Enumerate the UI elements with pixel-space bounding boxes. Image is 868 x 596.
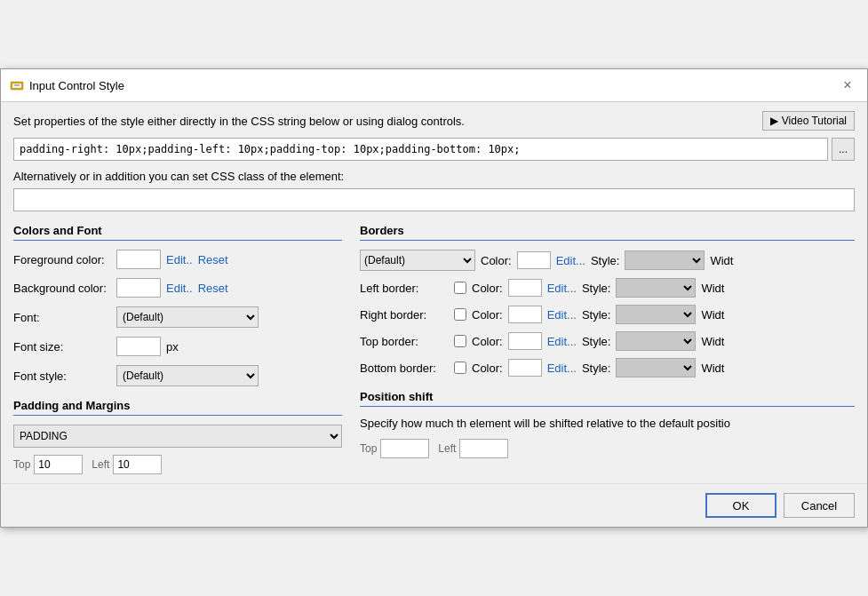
- app-icon: [10, 78, 24, 92]
- columns: Colors and Font Foreground color: Edit..…: [13, 224, 855, 474]
- font-style-select[interactable]: (Default): [116, 365, 259, 386]
- top-row: Set properties of the style either direc…: [13, 111, 855, 131]
- all-edit-button[interactable]: Edit...: [556, 254, 585, 267]
- css-class-label: Alternatively or in addition you can set…: [13, 170, 855, 183]
- bottom-border-row: Bottom border: Color: Edit... Style: Wid…: [360, 358, 855, 377]
- bottom-width-label: Widt: [701, 362, 724, 375]
- top-position-item: Top: [360, 439, 429, 458]
- css-class-input[interactable]: [13, 188, 855, 211]
- right-color-label: Color:: [472, 308, 503, 322]
- left-border-checkbox[interactable]: [454, 282, 466, 294]
- right-edit-button[interactable]: Edit...: [547, 308, 577, 322]
- background-color-row: Background color: Edit.. Reset: [13, 278, 342, 298]
- foreground-reset-button[interactable]: Reset: [198, 253, 228, 266]
- top-border-checkbox[interactable]: [454, 335, 466, 347]
- borders-title: Borders: [360, 224, 855, 241]
- foreground-edit-button[interactable]: Edit..: [166, 253, 193, 266]
- right-color-box[interactable]: [508, 306, 542, 323]
- font-row: Font: (Default): [13, 306, 342, 328]
- ellipsis-button[interactable]: ...: [832, 138, 855, 161]
- input-control-style-dialog: Input Control Style × Set properties of …: [0, 68, 868, 528]
- title-bar-left: Input Control Style: [10, 78, 124, 92]
- all-color-label: Color:: [481, 254, 512, 267]
- background-color-box[interactable]: [116, 278, 161, 298]
- dialog-body: Set properties of the style either direc…: [1, 102, 867, 483]
- css-input-row: ...: [13, 138, 855, 161]
- px-label: px: [166, 340, 179, 354]
- video-tutorial-label: Video Tutorial: [782, 115, 847, 127]
- padding-type-select[interactable]: PADDING: [13, 425, 342, 448]
- foreground-color-row: Foreground color: Edit.. Reset: [13, 250, 342, 269]
- ok-button[interactable]: OK: [705, 493, 776, 518]
- left-border-label: Left border:: [360, 282, 449, 295]
- background-reset-button[interactable]: Reset: [198, 282, 228, 295]
- font-size-input[interactable]: [116, 337, 161, 356]
- position-row: Top Left: [360, 439, 855, 458]
- bottom-color-label: Color:: [472, 362, 503, 375]
- cancel-button[interactable]: Cancel: [784, 493, 855, 518]
- left-edit-button[interactable]: Edit...: [547, 282, 577, 295]
- right-border-checkbox[interactable]: [454, 308, 466, 321]
- left-color-label: Color:: [472, 282, 503, 295]
- top-border-row: Top border: Color: Edit... Style: Widt: [360, 331, 855, 351]
- padding-margins-title: Padding and Margins: [13, 399, 342, 416]
- video-tutorial-button[interactable]: ▶ Video Tutorial: [762, 111, 855, 131]
- bottom-edit-button[interactable]: Edit...: [547, 362, 577, 375]
- colors-font-title: Colors and Font: [13, 224, 342, 241]
- top-style-select[interactable]: [616, 331, 696, 351]
- position-title: Position shift: [360, 390, 855, 407]
- all-border-select[interactable]: (Default): [360, 250, 475, 271]
- background-label: Background color:: [13, 282, 111, 295]
- left-color-box[interactable]: [508, 279, 542, 297]
- background-edit-button[interactable]: Edit..: [166, 282, 193, 295]
- all-width-label: Widt: [710, 254, 733, 267]
- bottom-style-select[interactable]: [616, 358, 696, 377]
- left-position-input[interactable]: [459, 439, 508, 458]
- close-button[interactable]: ×: [837, 75, 858, 96]
- left-position-item: Left: [438, 439, 508, 458]
- left-border-row: Left border: Color: Edit... Style: Widt: [360, 278, 855, 298]
- top-color-box[interactable]: [508, 332, 542, 350]
- left-style-select[interactable]: [616, 278, 696, 298]
- right-border-label: Right border:: [360, 308, 449, 322]
- font-label: Font:: [13, 311, 111, 324]
- right-width-label: Widt: [701, 308, 724, 322]
- all-style-select[interactable]: [625, 250, 705, 270]
- bottom-style-label: Style:: [582, 362, 611, 375]
- font-size-row: Font size: px: [13, 337, 342, 356]
- top-position-input[interactable]: [380, 439, 429, 458]
- top-color-label: Color:: [472, 335, 503, 348]
- position-description: Specify how much th element will be shif…: [360, 416, 855, 432]
- top-position-label: Top: [360, 442, 377, 455]
- dialog-footer: OK Cancel: [1, 483, 867, 527]
- left-style-label: Style:: [582, 282, 611, 295]
- left-position-label: Left: [438, 442, 456, 455]
- top-padding-input[interactable]: [34, 455, 83, 474]
- dialog-title: Input Control Style: [29, 79, 124, 92]
- left-column: Colors and Font Foreground color: Edit..…: [13, 224, 360, 474]
- video-icon: ▶: [770, 115, 778, 127]
- right-style-select[interactable]: [616, 305, 696, 324]
- bottom-border-checkbox[interactable]: [454, 362, 466, 374]
- all-style-label: Style:: [591, 254, 620, 267]
- top-padding-label: Top: [13, 458, 30, 471]
- right-border-row: Right border: Color: Edit... Style: Widt: [360, 305, 855, 324]
- font-style-row: Font style: (Default): [13, 365, 342, 386]
- bottom-color-box[interactable]: [508, 359, 542, 377]
- css-string-input[interactable]: [13, 138, 828, 161]
- title-bar: Input Control Style ×: [1, 69, 867, 102]
- font-size-label: Font size:: [13, 340, 111, 354]
- font-select[interactable]: (Default): [116, 306, 259, 328]
- left-width-label: Widt: [701, 282, 724, 295]
- foreground-color-box[interactable]: [116, 250, 161, 269]
- top-edit-button[interactable]: Edit...: [547, 335, 577, 348]
- top-width-label: Widt: [701, 335, 724, 348]
- foreground-label: Foreground color:: [13, 253, 111, 266]
- top-border-label: Top border:: [360, 335, 449, 348]
- top-padding-item: Top: [13, 455, 83, 474]
- all-color-box[interactable]: [517, 251, 551, 269]
- trbl-row: Top Left: [13, 455, 342, 474]
- font-style-label: Font style:: [13, 370, 111, 383]
- description-text: Set properties of the style either direc…: [13, 115, 465, 128]
- left-padding-input[interactable]: [113, 455, 162, 474]
